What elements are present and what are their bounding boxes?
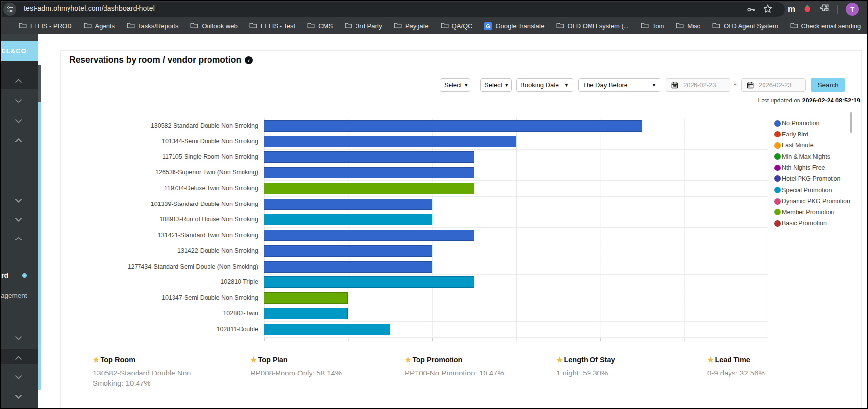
chevron-down-icon[interactable] [15, 373, 24, 378]
google-translate-icon: G [484, 22, 492, 30]
chart-bar[interactable] [264, 292, 348, 304]
chart-bar[interactable] [264, 120, 642, 132]
filter-metric-select[interactable]: Booking Date▼ [516, 78, 573, 92]
legend-color-dot [774, 131, 781, 137]
legend-item: Hotel PKG Promotion [774, 175, 862, 182]
strawberry-extension-icon[interactable] [803, 4, 812, 15]
url-text[interactable]: test-adm.ohmyhotel.com/dashboard-hotel [24, 4, 155, 12]
site-settings-icon[interactable] [3, 3, 16, 16]
bookmark-item[interactable]: ELLIS - Test [249, 22, 296, 30]
chart-row [264, 165, 768, 181]
profile-avatar[interactable]: T [846, 3, 859, 16]
stat-title-link[interactable]: ★Length Of Stay [556, 355, 687, 364]
folder-icon [790, 22, 798, 30]
bookmark-item[interactable]: Agents [84, 22, 115, 30]
info-icon[interactable]: i [245, 56, 253, 64]
chart-row [264, 228, 768, 243]
chart-bar[interactable] [264, 230, 474, 241]
chart-bar[interactable] [264, 167, 474, 178]
bookmark-item[interactable]: Misc [676, 22, 700, 30]
chart-bar[interactable] [264, 308, 348, 319]
chart-row [264, 306, 768, 322]
puzzle-extensions-icon[interactable] [820, 3, 830, 15]
chart-bar[interactable] [264, 199, 432, 210]
legend-item: Special Promotion [774, 187, 862, 194]
star-icon: ★ [405, 355, 411, 364]
stat-value: PPT00-No Promotion: 10.47% [405, 368, 535, 378]
summary-stats-row: ★Top Room130582-Standard Double Non Smok… [61, 355, 862, 405]
chevron-down-icon[interactable] [15, 333, 24, 339]
filter-select-1[interactable]: Select▼ [440, 78, 470, 92]
chevron-down-icon[interactable] [15, 215, 24, 221]
chevron-down-icon[interactable] [15, 96, 24, 102]
bookmark-item[interactable]: QA/QC [441, 22, 473, 30]
panel-title-text: Reservations by room / vendor promotion [69, 55, 241, 65]
bookmark-item[interactable]: 3rd Party [345, 22, 382, 30]
chevron-up-icon[interactable] [15, 136, 24, 142]
stat-title-link[interactable]: ★Lead Time [707, 355, 838, 364]
legend-label: Nth Nights Free [782, 164, 825, 171]
chart-category-label: 130582-Standard Double Non Smoking [61, 118, 264, 134]
bookmark-item[interactable]: Paygate [394, 22, 429, 30]
stat-block: ★Length Of Stay1 night: 59.30% [556, 355, 687, 378]
legend-item: Early Bird [774, 131, 862, 138]
chart-bar[interactable] [264, 136, 516, 147]
chevron-down-icon[interactable] [15, 116, 24, 122]
sidebar-item-dashboard-partial[interactable]: rd [1, 272, 8, 279]
stat-title-link[interactable]: ★Top Promotion [405, 355, 535, 364]
stat-title-link[interactable]: ★Top Room [93, 355, 206, 364]
bookmark-item[interactable]: Check email sending [790, 22, 861, 30]
folder-icon [84, 22, 92, 30]
date-range-separator: ~ [734, 81, 738, 88]
bookmarks-bar: ELLIS - PRODAgentsTasks/ReportsOutlook w… [1, 18, 867, 34]
chevron-down-icon[interactable] [15, 196, 24, 202]
m-extension-icon[interactable]: m [788, 4, 795, 14]
legend-color-dot [774, 209, 781, 215]
folder-icon [345, 22, 352, 30]
date-from-input[interactable]: 2026-02-23 [666, 78, 730, 92]
chart-bar[interactable] [264, 151, 474, 163]
bookmark-star-icon[interactable] [763, 4, 773, 14]
sidebar-item-management-partial[interactable]: agement [1, 292, 27, 299]
stat-title-link[interactable]: ★Top Plan [250, 355, 381, 364]
bookmark-label: ELLIS - Test [261, 22, 296, 30]
browser-toolbar: test-adm.ohmyhotel.com/dashboard-hotel m… [1, 1, 867, 18]
panel-title: Reservations by room / vendor promotion … [69, 55, 253, 65]
chart-bar[interactable] [264, 324, 390, 335]
chart-y-axis-labels: 130582-Standard Double Non Smoking101344… [61, 118, 264, 341]
chevron-down-icon[interactable] [15, 392, 24, 398]
chart-row [264, 243, 768, 259]
legend-color-dot [774, 142, 781, 149]
password-key-icon[interactable] [746, 4, 756, 14]
legend-color-dot [774, 198, 781, 204]
bookmark-item[interactable]: CMS [307, 22, 333, 30]
chart-bar[interactable] [264, 276, 474, 288]
chart-bar[interactable] [264, 183, 474, 194]
chevron-up-icon[interactable] [15, 353, 24, 359]
bookmark-item[interactable]: Tasks/Reports [127, 22, 178, 30]
content-scrollbar-thumb[interactable] [850, 112, 852, 133]
filter-range-preset-select[interactable]: The Day Before▼ [578, 78, 660, 92]
search-button[interactable]: Search [811, 78, 845, 92]
legend-item: Dynamic PKG Promotion [774, 198, 862, 204]
chevron-up-icon[interactable] [15, 76, 24, 82]
bookmark-item[interactable]: OLD Agent System [712, 22, 778, 30]
filter-select-2[interactable]: Select▼ [480, 78, 512, 92]
chart-bar[interactable] [264, 245, 432, 257]
bookmark-item[interactable]: Tom [641, 22, 664, 30]
bookmark-item[interactable]: OLD OMH system (... [556, 22, 629, 30]
bookmark-item[interactable]: Outlook web [190, 22, 237, 30]
chart-bar[interactable] [264, 261, 432, 273]
chart-plot-area [264, 118, 768, 338]
bookmark-item[interactable]: ELLIS - PROD [19, 22, 72, 30]
chart-bar[interactable] [264, 214, 432, 225]
chart-row [264, 322, 768, 338]
star-icon: ★ [93, 355, 99, 364]
stat-block: ★Top PlanRP008-Room Only: 58.14% [250, 355, 381, 378]
sidebar-scrollbar-thumb[interactable] [38, 65, 41, 102]
date-to-input[interactable]: 2026-02-23 [741, 78, 806, 92]
stat-value: 0-9 days: 32.56% [707, 368, 838, 378]
bookmark-item[interactable]: GGoogle Translate [484, 22, 544, 30]
chevron-up-icon[interactable] [15, 234, 24, 240]
sidebar-scrollbar-track[interactable] [38, 102, 41, 390]
